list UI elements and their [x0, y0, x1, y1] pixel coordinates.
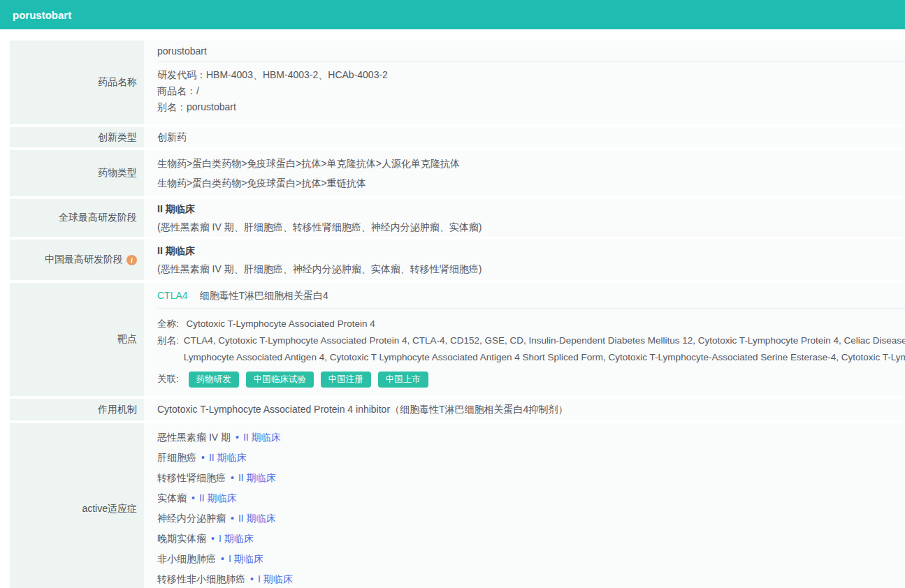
innovation-type-value: 创新药	[144, 127, 905, 147]
related-button-drug-rd[interactable]: 药物研发	[189, 372, 239, 388]
indication-item: 转移性肾细胞癌II 期临床	[157, 468, 905, 488]
row-drug-name: 药品名称 porustobart 研发代码：HBM-4003、HBM-4003-…	[10, 41, 905, 124]
row-label-text: active适应症	[82, 503, 137, 515]
indication-item: 非小细胞肺癌I 期临床	[157, 549, 905, 569]
row-china-stage: 中国最高研发阶段 II 期临床 (恶性黑素瘤 IV 期、肝细胞癌、神经内分泌肿瘤…	[10, 240, 905, 280]
bullet-icon	[236, 432, 239, 443]
row-label-text: 全球最高研发阶段	[59, 212, 137, 224]
target-head: CTLA4 细胞毒性T淋巴细胞相关蛋白4	[157, 283, 905, 309]
target-symbol-link[interactable]: CTLA4	[157, 290, 188, 301]
alias-values: CTLA4, Cytotoxic T-Lymphocyte Associated…	[184, 332, 905, 366]
china-stage-value: II 期临床	[157, 242, 905, 260]
indication-phase-link[interactable]: II 期临床	[209, 452, 247, 463]
target-related-row: 关联: 药物研发 中国临床试验 中国注册 中国上市	[157, 369, 905, 389]
bullet-icon	[211, 533, 215, 544]
indication-name: 转移性肾细胞癌	[157, 472, 226, 483]
drug-type-label: 药物类型	[10, 150, 144, 196]
row-label-text: 药物类型	[98, 167, 137, 179]
dev-code-line: 研发代码：HBM-4003、HBM-4003-2、HCAb-4003-2	[157, 67, 905, 83]
indication-item: 肝细胞癌II 期临床	[157, 448, 905, 468]
indication-name: 神经内分泌肿瘤	[157, 513, 226, 524]
drug-primary-name: porustobart	[157, 41, 905, 62]
alias-value-line-2: Lymphocyte Associated Antigen 4, Cytotox…	[184, 349, 905, 366]
row-label-text: 药品名称	[98, 76, 137, 89]
mechanism-label: 作用机制	[10, 399, 144, 420]
indication-item: 实体瘤II 期临床	[157, 488, 905, 508]
alias-line: 别名：porustobart	[157, 99, 905, 115]
target-symbol-desc: 细胞毒性T淋巴细胞相关蛋白4	[199, 290, 328, 301]
indication-phase-link[interactable]: I 期临床	[258, 573, 293, 585]
bullet-icon	[231, 472, 234, 483]
indication-item: 晚期实体瘤I 期临床	[157, 529, 905, 549]
trade-name-line: 商品名：/	[157, 83, 905, 99]
row-global-stage: 全球最高研发阶段 II 期临床 (恶性黑素瘤 IV 期、肝细胞癌、转移性肾细胞癌…	[10, 199, 905, 237]
china-stage-label: 中国最高研发阶段	[10, 240, 144, 280]
indication-name: 实体瘤	[157, 492, 187, 504]
indication-phase-link[interactable]: II 期临床	[199, 492, 237, 504]
target-alias-line: 别名: CTLA4, Cytotoxic T-Lymphocyte Associ…	[157, 332, 905, 366]
fullname-value: Cytotoxic T-Lymphocyte Associated Protei…	[187, 318, 375, 329]
row-drug-type: 药物类型 生物药>蛋白类药物>免疫球蛋白>抗体>单克隆抗体>人源化单克隆抗体 生…	[10, 150, 905, 196]
active-indications-list: 恶性黑素瘤 IV 期II 期临床 肝细胞癌II 期临床 转移性肾细胞癌II 期临…	[144, 423, 905, 588]
innovation-type-label: 创新类型	[10, 127, 144, 147]
target-body: 全称: Cytotoxic T-Lymphocyte Associated Pr…	[157, 309, 905, 389]
drug-name-label: 药品名称	[10, 41, 144, 124]
row-label-text: 靶点	[117, 333, 137, 346]
indication-item: 恶性黑素瘤 IV 期II 期临床	[157, 427, 905, 448]
indication-name: 恶性黑素瘤 IV 期	[157, 432, 231, 443]
indication-phase-link[interactable]: II 期临床	[238, 472, 276, 483]
row-label-text: 中国最高研发阶段	[45, 253, 123, 266]
row-label-text: 创新类型	[98, 131, 137, 144]
drug-name-content: porustobart 研发代码：HBM-4003、HBM-4003-2、HCA…	[144, 41, 905, 124]
drug-type-content: 生物药>蛋白类药物>免疫球蛋白>抗体>单克隆抗体>人源化单克隆抗体 生物药>蛋白…	[144, 150, 905, 196]
related-button-china-registration[interactable]: 中国注册	[321, 372, 371, 388]
page-title: porustobart	[13, 9, 71, 21]
info-icon[interactable]	[126, 255, 137, 265]
indication-name: 非小细胞肺癌	[157, 553, 216, 564]
indication-name: 转移性非小细胞肺癌	[157, 573, 245, 585]
indication-phase-link[interactable]: II 期临床	[238, 513, 276, 524]
alias-field-label: 别名:	[157, 332, 179, 366]
indication-phase-link[interactable]: II 期临床	[243, 432, 281, 443]
alias-value-line-1: CTLA4, Cytotoxic T-Lymphocyte Associated…	[184, 332, 905, 349]
bullet-icon	[201, 452, 205, 463]
indication-item: 神经内分泌肿瘤II 期临床	[157, 508, 905, 529]
bullet-icon	[231, 513, 234, 524]
indication-name: 晚期实体瘤	[157, 533, 206, 544]
row-label-text: 作用机制	[98, 404, 137, 416]
drug-type-line-1: 生物药>蛋白类药物>免疫球蛋白>抗体>单克隆抗体>人源化单克隆抗体	[157, 154, 905, 173]
indication-phase-link[interactable]: I 期临床	[219, 533, 254, 544]
drug-type-line-2: 生物药>蛋白类药物>免疫球蛋白>抗体>重链抗体	[157, 173, 905, 193]
related-button-china-listed[interactable]: 中国上市	[378, 372, 428, 388]
bullet-icon	[191, 492, 195, 504]
fullname-field-label: 全称:	[157, 318, 179, 329]
target-fullname-line: 全称: Cytotoxic T-Lymphocyte Associated Pr…	[157, 316, 905, 332]
active-indications-label: active适应症	[10, 423, 144, 588]
drug-name-sublines: 研发代码：HBM-4003、HBM-4003-2、HCAb-4003-2 商品名…	[157, 62, 905, 115]
row-mechanism: 作用机制 Cytotoxic T-Lymphocyte Associated P…	[10, 399, 905, 420]
related-field-label: 关联:	[157, 373, 179, 385]
row-active-indications: active适应症 恶性黑素瘤 IV 期II 期临床 肝细胞癌II 期临床 转移…	[10, 423, 905, 588]
global-stage-value: II 期临床	[157, 200, 905, 218]
target-content: CTLA4 细胞毒性T淋巴细胞相关蛋白4 全称: Cytotoxic T-Lym…	[144, 283, 905, 396]
page-header: porustobart	[0, 0, 905, 29]
china-stage-indications: (恶性黑素瘤 IV 期、肝细胞癌、神经内分泌肿瘤、实体瘤、转移性肾细胞癌)	[157, 260, 905, 278]
row-target: 靶点 CTLA4 细胞毒性T淋巴细胞相关蛋白4 全称: Cytotoxic T-…	[10, 283, 905, 396]
global-stage-label: 全球最高研发阶段	[10, 199, 144, 237]
global-stage-indications: (恶性黑素瘤 IV 期、肝细胞癌、转移性肾细胞癌、神经内分泌肿瘤、实体瘤)	[157, 218, 905, 236]
indication-name: 肝细胞癌	[157, 452, 196, 463]
row-innovation-type: 创新类型 创新药	[10, 127, 905, 147]
global-stage-content: II 期临床 (恶性黑素瘤 IV 期、肝细胞癌、转移性肾细胞癌、神经内分泌肿瘤、…	[144, 199, 905, 237]
indication-phase-link[interactable]: I 期临床	[229, 553, 263, 564]
related-button-china-clinical-trials[interactable]: 中国临床试验	[246, 372, 314, 388]
indication-item: 转移性非小细胞肺癌I 期临床	[157, 569, 905, 588]
mechanism-value: Cytotoxic T-Lymphocyte Associated Protei…	[144, 399, 905, 420]
target-label: 靶点	[10, 283, 144, 396]
drug-detail-table: 药品名称 porustobart 研发代码：HBM-4003、HBM-4003-…	[10, 41, 905, 588]
bullet-icon	[250, 573, 254, 585]
china-stage-content: II 期临床 (恶性黑素瘤 IV 期、肝细胞癌、神经内分泌肿瘤、实体瘤、转移性肾…	[144, 240, 905, 280]
bullet-icon	[221, 553, 224, 564]
